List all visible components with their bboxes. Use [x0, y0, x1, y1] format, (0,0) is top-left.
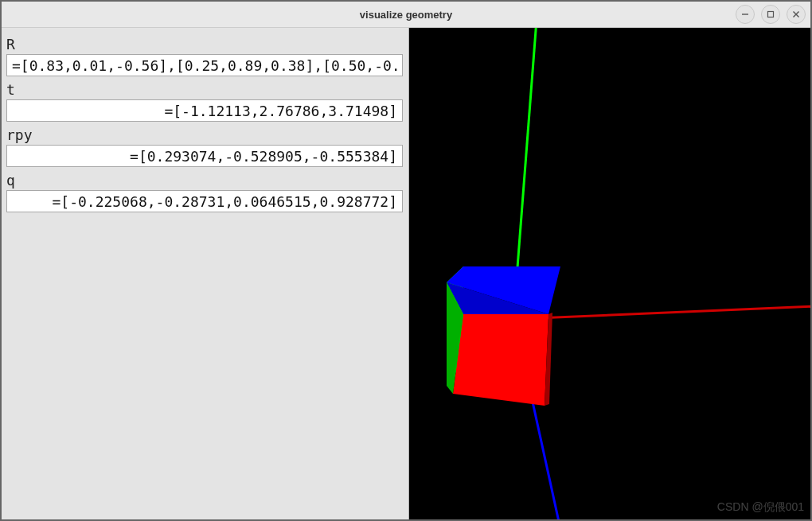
label-q: q [6, 172, 404, 189]
close-icon [792, 10, 800, 18]
cube-face-front [453, 314, 548, 406]
label-R: R [6, 36, 404, 52]
window-controls [736, 5, 806, 24]
titlebar[interactable]: visualize geometry [2, 2, 810, 28]
app-window: visualize geometry R t rpy q [0, 0, 812, 521]
window-title: visualize geometry [2, 9, 810, 21]
scene-svg [409, 28, 810, 519]
label-t: t [6, 81, 404, 98]
input-t[interactable] [6, 99, 403, 122]
parameter-panel: R t rpy q [2, 28, 409, 519]
client-area: R t rpy q [2, 28, 810, 519]
input-rpy[interactable] [6, 145, 403, 167]
axis-y [515, 28, 537, 298]
label-rpy: rpy [6, 126, 404, 143]
maximize-icon [767, 10, 775, 18]
3d-viewport[interactable]: CSDN @倪偎001 [409, 28, 810, 519]
input-R[interactable] [6, 54, 403, 76]
minimize-icon [741, 10, 749, 18]
axis-x [537, 306, 810, 318]
maximize-button[interactable] [761, 5, 780, 24]
minimize-button[interactable] [736, 5, 755, 24]
close-button[interactable] [787, 5, 806, 24]
svg-rect-1 [768, 12, 774, 17]
input-q[interactable] [6, 190, 403, 212]
